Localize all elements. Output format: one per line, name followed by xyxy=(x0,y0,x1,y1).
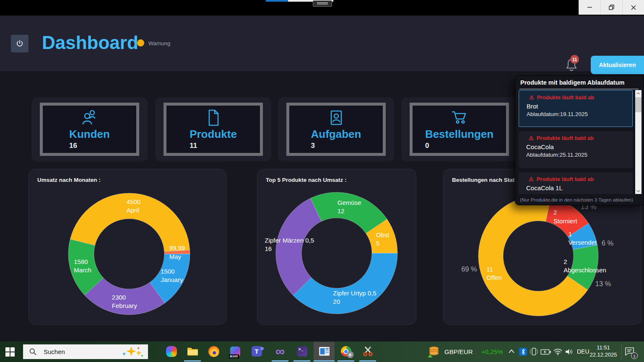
notification-count-badge: 11 xyxy=(570,55,579,64)
slice-label-January: 1500January xyxy=(161,267,183,284)
phone-link-icon[interactable] xyxy=(530,347,538,356)
expiry-notification-popup: Produkte mit baldigem Ablaufdatum ⚠Produ… xyxy=(515,75,644,205)
taskbar-search-box[interactable]: Suchen xyxy=(23,344,148,359)
bluetooth-icon[interactable] xyxy=(519,348,527,356)
currency-pair[interactable]: GBP/EUR xyxy=(444,348,473,355)
restore-icon xyxy=(609,5,614,10)
wifi-icon[interactable] xyxy=(553,348,562,355)
scrollbar-thumb[interactable] xyxy=(635,97,641,112)
slice-label-Zipfer Urtyp 0,5: Zipfer Urtyp 0,520 xyxy=(333,289,376,306)
popup-title: Produkte mit baldigem Ablaufdatum xyxy=(520,79,624,86)
notification-item[interactable]: ⚠Produkte läuft bald abCocaColaAblaufdat… xyxy=(519,131,633,168)
power-icon xyxy=(16,39,24,48)
minimize-icon xyxy=(587,5,592,10)
restore-button[interactable] xyxy=(600,0,622,15)
users-icon xyxy=(80,108,99,128)
card-tile: Kunden16 xyxy=(40,103,139,156)
cart-icon xyxy=(450,108,469,128)
card-produkte[interactable]: Produkte11 xyxy=(155,97,271,161)
card-label: Aufgaben xyxy=(311,128,361,140)
product-name: Brot xyxy=(527,103,628,110)
alert-text: Produkte läuft bald ab xyxy=(537,94,595,101)
taskbar-icon-terminal[interactable]: >_ xyxy=(291,342,312,361)
warning-triangle-icon: ⚠ xyxy=(529,176,534,182)
action-center-badge: 1 xyxy=(631,352,638,359)
running-indicator xyxy=(272,360,288,362)
minimize-button[interactable] xyxy=(579,0,600,15)
card-tile: Produkte11 xyxy=(164,103,263,156)
slice-label-Versendet: 1Versendet xyxy=(569,230,597,247)
scroll-up-icon[interactable] xyxy=(635,90,641,96)
card-tile: Bestellungen0 xyxy=(410,103,509,156)
taskbar-icon-visual-studio[interactable]: ∞ xyxy=(270,342,291,361)
warning-triangle-icon: ⚠ xyxy=(529,135,534,141)
refresh-button[interactable]: Aktualisieren xyxy=(591,56,644,74)
slice-percent-Versendet: 6 % xyxy=(602,239,613,247)
clock-date: 22.12.2025 xyxy=(588,352,619,359)
product-name: CocaCola 1L xyxy=(526,184,628,191)
scroll-down-icon[interactable] xyxy=(635,188,641,194)
taskbar-icon-chrome[interactable]: B xyxy=(335,342,356,361)
stocks-widget-icon[interactable] xyxy=(427,346,440,358)
document-icon xyxy=(204,108,223,128)
search-placeholder: Suchen xyxy=(44,348,65,355)
warning-triangle-icon: ⚠ xyxy=(529,94,534,101)
taskbar-icon-snipping-tool[interactable] xyxy=(357,342,378,361)
search-icon xyxy=(29,348,37,356)
popup-scrollbar[interactable] xyxy=(635,90,641,194)
taskbar-icon-teams[interactable]: T xyxy=(246,342,267,361)
window-controls xyxy=(579,0,644,15)
slice-label-Zipfer Märzen 0,5: Zipfer Märzen 0,516 xyxy=(265,236,314,253)
tray-chevron-up-icon[interactable] xyxy=(508,349,515,354)
slice-label-February: 2300February xyxy=(112,293,137,310)
currency-change[interactable]: +0,25% xyxy=(481,348,503,355)
slice-label-Storniert: 2Storniert xyxy=(553,208,577,225)
product-name: CocaCola xyxy=(526,143,628,150)
card-tile: Aufgaben3 xyxy=(286,103,386,156)
panel-umsatz-nach-monaten: Umsatz nach Monaten : 1500January2300Feb… xyxy=(29,169,226,325)
slice-label-Offen: 11Offen xyxy=(486,265,501,282)
popup-title-rule xyxy=(519,89,639,89)
card-aufgaben[interactable]: Aufgaben3 xyxy=(278,97,394,161)
popup-item-list: ⚠Produkte läuft bald abBrotAblaufdatum:1… xyxy=(519,90,633,194)
window-titlebar xyxy=(0,0,644,16)
alert-text: Produkte läuft bald ab xyxy=(537,135,594,141)
battery-charging-icon[interactable] xyxy=(540,349,551,355)
windows-logo-icon xyxy=(5,347,15,357)
alert-text: Produkte läuft bald ab xyxy=(537,176,594,182)
slice-label-April: 4500April xyxy=(127,198,140,215)
slice-label-Obst: Obst5 xyxy=(376,230,390,248)
close-button[interactable] xyxy=(622,0,644,15)
tray-divider xyxy=(621,344,622,359)
card-kunden[interactable]: Kunden16 xyxy=(31,97,148,161)
notification-item[interactable]: ⚠Produkte läuft bald abBrotAblaufdatum:1… xyxy=(519,90,633,127)
taskbar-icon-firefox[interactable] xyxy=(203,342,224,361)
card-bestellungen[interactable]: Bestellungen0 xyxy=(401,97,517,161)
slice-label-March: 1580March xyxy=(74,257,91,274)
card-label: Produkte xyxy=(190,128,237,140)
popup-footer-note: (Nur Produkte,die in den nächsten 3 Tage… xyxy=(515,197,638,202)
taskbar-icon-dashboard-app[interactable] xyxy=(314,342,335,361)
background-window-strip-blue xyxy=(266,0,288,2)
taskbar-icon-copilot[interactable] xyxy=(161,342,182,361)
volume-icon[interactable] xyxy=(565,348,574,355)
taskbar-clock[interactable]: 11:51 22.12.2025 xyxy=(588,344,619,359)
card-value: 11 xyxy=(190,142,237,150)
notification-item[interactable]: ⚠Produkte läuft bald abCocaCola 1L xyxy=(519,172,633,194)
taskbar-icon-m365-copilot[interactable]: M365 xyxy=(225,342,246,361)
running-indicator xyxy=(359,360,376,362)
panel-top5-produkte: Top 5 Produkte nach Umsatz : Zipfer Urty… xyxy=(257,169,416,325)
slice-label-Abgeschlossen: 2Abgeschlossen xyxy=(564,257,606,274)
slice-percent-Abgeschlossen: 13 % xyxy=(595,279,611,287)
copilot-sparkle-icon xyxy=(121,346,144,358)
running-indicator xyxy=(184,360,201,362)
power-button[interactable] xyxy=(11,35,29,52)
drag-handle[interactable] xyxy=(313,0,332,7)
start-button[interactable] xyxy=(5,347,15,357)
card-label: Bestellungen xyxy=(425,128,493,140)
page-title: Dashboard xyxy=(42,32,138,53)
card-value: 0 xyxy=(425,142,493,150)
taskbar-icon-file-explorer[interactable] xyxy=(182,342,203,361)
close-icon xyxy=(631,5,636,10)
expiry-date: Ablaufdatum:25.11.2025 xyxy=(526,152,628,158)
